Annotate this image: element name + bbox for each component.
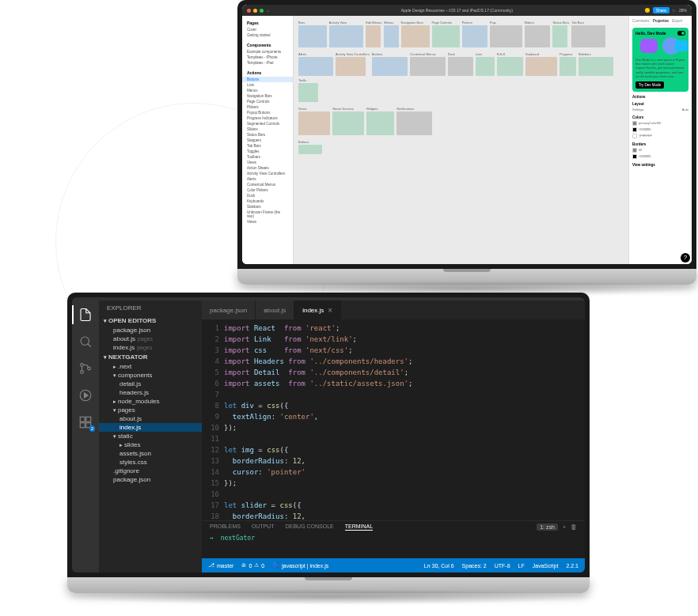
color-row[interactable]: primaryColor/fill (632, 120, 689, 127)
figma-nav-item[interactable]: Views (242, 219, 293, 225)
figma-nav-item[interactable]: Views (242, 160, 293, 165)
open-editor-item[interactable]: package.json (99, 326, 202, 334)
tree-file[interactable]: package.json (99, 475, 202, 484)
inspector-tab[interactable]: Comments (632, 19, 650, 23)
panel-tab[interactable]: DEBUG CONSOLE (286, 523, 334, 531)
panel-tab[interactable]: OUTPUT (252, 523, 275, 531)
terminal-selector[interactable]: 1: zsh (537, 523, 558, 531)
canvas-component[interactable] (332, 111, 364, 135)
search-icon[interactable] (78, 334, 93, 350)
canvas-component[interactable] (560, 57, 576, 76)
canvas-component[interactable] (366, 25, 381, 47)
tree-folder[interactable]: pages (99, 406, 202, 414)
canvas-component[interactable] (432, 25, 460, 47)
canvas-component[interactable] (298, 57, 333, 76)
debug-icon[interactable] (78, 387, 93, 403)
figma-nav-item[interactable]: Getting started (242, 32, 293, 38)
canvas-component[interactable] (298, 25, 327, 47)
figma-nav-item[interactable]: Status Bars (242, 132, 293, 138)
color-row[interactable]: #000000 (632, 127, 689, 133)
figma-nav-item[interactable]: Color Pickers (242, 187, 293, 193)
canvas-component[interactable] (336, 57, 366, 76)
inspector-tab[interactable]: Export (672, 19, 682, 23)
status-branch[interactable]: ⎇ master (208, 562, 233, 569)
status-version[interactable]: 2.2.1 (566, 563, 579, 569)
local-heading[interactable]: Actions (242, 69, 293, 77)
pages-heading[interactable]: Pages (242, 19, 293, 27)
figma-nav-item[interactable]: Templates - iPhone (242, 55, 293, 60)
status-encoding[interactable]: UTF-8 (495, 563, 510, 569)
terminal[interactable]: → nextGator (202, 533, 585, 558)
components-heading[interactable]: Components (242, 41, 293, 49)
canvas-component[interactable] (384, 25, 398, 47)
canvas-component[interactable] (552, 25, 567, 47)
share-button[interactable]: Share (653, 7, 670, 13)
figma-nav-item[interactable]: Popup Buttons (242, 110, 293, 115)
figma-nav-item[interactable]: Cover (242, 27, 293, 32)
canvas-component[interactable] (298, 83, 318, 102)
figma-nav-item[interactable]: Menus (242, 88, 293, 93)
figma-nav-item[interactable]: Keyboards (242, 198, 293, 204)
status-errors[interactable]: ⊘ 0 ⚠ 0 (241, 562, 264, 569)
help-icon[interactable]: ? (681, 253, 690, 263)
source-control-icon[interactable] (78, 361, 93, 376)
explorer-icon[interactable] (78, 307, 93, 323)
figma-nav-item[interactable]: Lists (242, 82, 293, 88)
devmode-toggle[interactable] (677, 31, 685, 36)
project-section[interactable]: NEXTGATOR (99, 352, 202, 362)
canvas-component[interactable] (462, 25, 487, 47)
tree-file[interactable]: index.js (99, 423, 202, 432)
status-lncol[interactable]: Ln 30, Col 6 (424, 563, 454, 569)
figma-nav-item[interactable]: Action Sheets (242, 165, 293, 171)
zoom-level[interactable]: 28% (679, 8, 687, 13)
tree-file[interactable]: about.js (99, 414, 202, 423)
editor-tab[interactable]: about.js (256, 300, 294, 319)
kill-terminal-icon[interactable]: 🗑 (571, 523, 577, 531)
play-icon[interactable]: ▷ (673, 8, 676, 13)
border-row[interactable]: fill (632, 147, 689, 153)
figma-nav-item[interactable]: Toolbars (242, 154, 293, 160)
figma-nav-item[interactable]: Page Controls (242, 99, 293, 104)
tree-folder[interactable]: static (99, 432, 202, 440)
canvas-component[interactable] (571, 25, 605, 47)
editor-tab[interactable]: index.js× (294, 300, 341, 319)
figma-nav-item[interactable]: Tab Bars (242, 143, 293, 149)
figma-nav-item[interactable]: Pickers (242, 104, 293, 110)
new-terminal-icon[interactable]: + (563, 524, 566, 530)
tree-folder[interactable]: slides (99, 440, 202, 449)
extensions-icon[interactable]: 2 (78, 414, 93, 430)
canvas-component[interactable] (448, 57, 473, 76)
figma-nav-item[interactable]: Alerts (242, 176, 293, 182)
canvas-component[interactable] (366, 111, 394, 135)
figma-nav-item[interactable]: Sliders (242, 127, 293, 132)
figma-nav-item[interactable]: Navigation Bars (242, 93, 293, 99)
figma-nav-item[interactable]: Contextual Menus (242, 182, 293, 187)
canvas-component[interactable] (579, 57, 614, 76)
figma-canvas[interactable]: BarsActivity ViewEdit MenusMenusNavigati… (294, 16, 628, 264)
canvas-component[interactable] (476, 57, 495, 76)
figma-nav-item[interactable]: Sidebars (242, 204, 293, 210)
canvas-component[interactable] (490, 25, 522, 47)
tree-file[interactable]: headers.js (99, 388, 202, 397)
open-editor-item[interactable]: index.jspages (99, 343, 202, 352)
tree-file[interactable]: detail.js (99, 380, 202, 388)
window-controls[interactable] (247, 9, 264, 13)
tree-file[interactable]: .gitignore (99, 467, 202, 475)
canvas-component[interactable] (329, 25, 364, 47)
open-editors-section[interactable]: OPEN EDITORS (99, 316, 202, 326)
figma-nav-item[interactable]: Dock (242, 193, 293, 198)
canvas-component[interactable] (298, 111, 330, 135)
figma-nav-item[interactable]: Buttons (242, 77, 293, 82)
panel-tab[interactable]: PROBLEMS (210, 523, 241, 531)
color-row[interactable]: #FFFFFF (632, 133, 689, 139)
home-icon[interactable]: ⌂ (267, 8, 269, 13)
open-editor-item[interactable]: about.jspages (99, 334, 202, 343)
tree-folder[interactable]: node_modules (99, 397, 202, 406)
figma-nav-item[interactable]: Toggles (242, 149, 293, 154)
figma-nav-item[interactable]: Templates - iPad (242, 60, 293, 66)
devmode-try-button[interactable]: Try Dev Mode (635, 81, 664, 89)
canvas-component[interactable] (372, 57, 408, 76)
tree-folder[interactable]: .next (99, 362, 202, 371)
figma-nav-item[interactable]: Unknown Frame (the rest) (242, 210, 293, 219)
code-editor[interactable]: 1234567891011121314151617181920212223242… (202, 319, 585, 520)
